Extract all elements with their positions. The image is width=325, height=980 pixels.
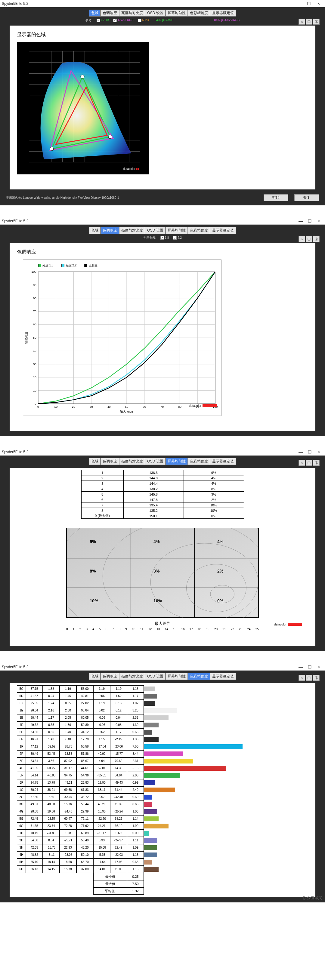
summary-row: 最大值7.50 bbox=[17, 880, 308, 888]
tab-屏幕均匀性[interactable]: 屏幕均匀性 bbox=[166, 227, 188, 234]
tab-OSD 设置[interactable]: OSD 设置 bbox=[145, 458, 165, 465]
color-code: 2G bbox=[17, 794, 26, 801]
print-button[interactable]: 打印 bbox=[264, 194, 288, 201]
tab-色域[interactable]: 色域 bbox=[89, 227, 100, 234]
value-cell: 48.82 bbox=[26, 851, 43, 859]
tab-色调响应[interactable]: 色调响应 bbox=[100, 227, 119, 234]
value-cell: 16.91 bbox=[26, 736, 43, 743]
tab-色域[interactable]: 色域 bbox=[89, 10, 100, 16]
tab-色调响应[interactable]: 色调响应 bbox=[100, 10, 119, 16]
close-button[interactable]: × bbox=[314, 1, 323, 6]
summary-value: 1.92 bbox=[127, 888, 144, 895]
tab-色彩精确度[interactable]: 色彩精确度 bbox=[188, 673, 210, 680]
tab-显示器额定值[interactable]: 显示器额定值 bbox=[210, 227, 236, 234]
close-button[interactable]: 关闭 bbox=[294, 194, 319, 201]
ntsc-checkbox[interactable] bbox=[138, 19, 142, 22]
tab-亮度与对比度[interactable]: 亮度与对比度 bbox=[119, 10, 145, 16]
value-cell: 13.78 bbox=[43, 779, 60, 786]
maximize-button[interactable]: ☐ bbox=[304, 1, 313, 6]
book-icon[interactable]: ❏ bbox=[306, 236, 312, 242]
g18-checkbox[interactable] bbox=[160, 236, 164, 240]
tab-色调响应[interactable]: 色调响应 bbox=[100, 673, 119, 680]
home-icon[interactable]: ⌂ bbox=[298, 236, 305, 242]
home-icon[interactable]: ⌂ bbox=[298, 675, 305, 681]
close-button[interactable]: × bbox=[314, 449, 323, 455]
tab-显示器额定值[interactable]: 显示器额定值 bbox=[210, 10, 236, 16]
tab-亮度与对比度[interactable]: 亮度与对比度 bbox=[119, 458, 145, 465]
max-diff-caption: 最大差异 bbox=[155, 621, 170, 626]
minimize-button[interactable]: — bbox=[296, 218, 305, 224]
tab-屏幕均匀性[interactable]: 屏幕均匀性 bbox=[166, 673, 188, 680]
tab-屏幕均匀性[interactable]: 屏幕均匀性 bbox=[166, 458, 188, 465]
minimize-button[interactable]: — bbox=[296, 449, 305, 455]
value-cell: 80.05 bbox=[76, 714, 93, 721]
value-cell: 52.81 bbox=[93, 765, 110, 772]
uniformity-scale: 0123456789101112131415161718192021222324… bbox=[66, 628, 259, 631]
value-cell: 37.80 bbox=[26, 794, 43, 801]
tab-显示器额定值[interactable]: 显示器额定值 bbox=[210, 673, 236, 680]
delta-bar bbox=[144, 721, 308, 729]
maximize-button[interactable]: ☐ bbox=[305, 218, 314, 224]
value-cell: 51.86 bbox=[76, 750, 93, 757]
value-cell: 25.85 bbox=[26, 700, 43, 707]
info-icon[interactable]: ⓘ bbox=[313, 19, 320, 25]
titlebar: Spyder5Elite 5.2 — ☐ × bbox=[0, 0, 325, 7]
tab-bar: 色域色调响应亮度与对比度OSD 设置屏幕均匀性色彩精确度显示器额定值 bbox=[2, 10, 323, 16]
tab-色彩精确度[interactable]: 色彩精确度 bbox=[188, 458, 210, 465]
value-cell: 14.36 bbox=[110, 765, 127, 772]
home-icon[interactable]: ⌂ bbox=[298, 460, 305, 466]
close-button[interactable]: × bbox=[314, 218, 323, 224]
tab-屏幕均匀性[interactable]: 屏幕均匀性 bbox=[166, 10, 188, 16]
table-cell: 135.4 bbox=[123, 503, 183, 508]
value-cell: 24.75 bbox=[26, 779, 43, 786]
accuracy-row: 5H65.1018.1418.6865.7017.6417.960.65 bbox=[17, 859, 308, 866]
info-icon[interactable]: ⓘ bbox=[313, 675, 320, 681]
value-cell: 1.39 bbox=[127, 721, 144, 729]
value-cell: -31.17 bbox=[93, 830, 110, 837]
color-code: 4H bbox=[17, 851, 26, 859]
tab-色彩精确度[interactable]: 色彩精确度 bbox=[188, 10, 210, 16]
home-icon[interactable]: ⌂ bbox=[298, 19, 305, 25]
toolbar-icons: ⌂ ❏ ⓘ bbox=[298, 460, 320, 466]
book-icon[interactable]: ❏ bbox=[306, 19, 312, 25]
tab-色调响应[interactable]: 色调响应 bbox=[100, 458, 119, 465]
g22-checkbox[interactable] bbox=[173, 236, 177, 240]
uniformity-grid: 9%4%4%8%3%2%10%10%0% bbox=[66, 528, 259, 618]
tab-色彩精确度[interactable]: 色彩精确度 bbox=[188, 227, 210, 234]
tab-OSD 设置[interactable]: OSD 设置 bbox=[145, 673, 165, 680]
minimize-button[interactable]: — bbox=[296, 664, 305, 670]
value-cell: 69.89 bbox=[76, 830, 93, 837]
srgb-percent: 64% 的 sRGB bbox=[155, 18, 173, 22]
titlebar: Spyder5Elite 5.2 —☐× bbox=[0, 449, 325, 455]
tab-OSD 设置[interactable]: OSD 设置 bbox=[145, 10, 165, 16]
adobe-checkbox[interactable] bbox=[113, 19, 117, 22]
tab-亮度与对比度[interactable]: 亮度与对比度 bbox=[119, 227, 145, 234]
book-icon[interactable]: ❏ bbox=[306, 675, 312, 681]
info-icon[interactable]: ⓘ bbox=[313, 460, 320, 466]
value-cell: -15.68 bbox=[93, 844, 110, 851]
value-cell: 60.47 bbox=[60, 815, 76, 822]
color-code: 5F bbox=[17, 772, 26, 779]
info-icon[interactable]: ⓘ bbox=[313, 236, 320, 242]
tab-bar: 色域色调响应亮度与对比度OSD 设置屏幕均匀性色彩精确度显示器额定值 bbox=[2, 458, 323, 465]
minimize-button[interactable]: — bbox=[294, 1, 303, 6]
value-cell: 49.62 bbox=[26, 721, 43, 729]
maximize-button[interactable]: ☐ bbox=[305, 449, 314, 455]
value-cell: -5.11 bbox=[43, 851, 60, 859]
summary-label: 最大值 bbox=[93, 880, 127, 888]
tab-显示器额定值[interactable]: 显示器额定值 bbox=[210, 458, 236, 465]
maximize-button[interactable]: ☐ bbox=[305, 664, 314, 670]
summary-label: 平均值: bbox=[93, 888, 127, 895]
tab-OSD 设置[interactable]: OSD 设置 bbox=[145, 227, 165, 234]
srgb-checkbox[interactable] bbox=[97, 19, 100, 22]
book-icon[interactable]: ❏ bbox=[306, 460, 312, 466]
value-cell: 0.60 bbox=[127, 794, 144, 801]
value-cell: 37.00 bbox=[76, 866, 93, 873]
close-button[interactable]: × bbox=[314, 664, 323, 670]
tab-亮度与对比度[interactable]: 亮度与对比度 bbox=[119, 673, 145, 680]
accuracy-row: 6G71.6523.7472.2871.9224.2166.101.99 bbox=[17, 822, 308, 830]
tab-色域[interactable]: 色域 bbox=[89, 673, 100, 680]
value-cell: 42.81 bbox=[76, 692, 93, 700]
value-cell: 61.44 bbox=[110, 786, 127, 794]
tab-色域[interactable]: 色域 bbox=[89, 458, 100, 465]
